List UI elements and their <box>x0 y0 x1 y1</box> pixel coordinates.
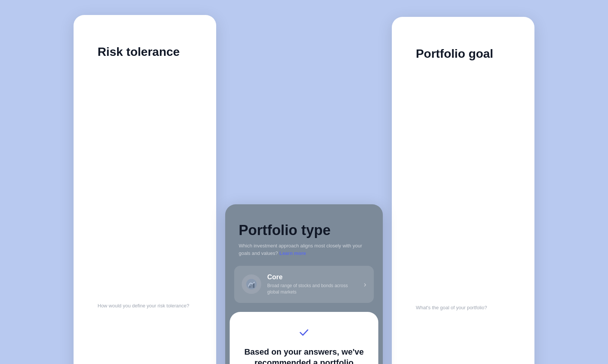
portfolio-goal-title: Portfolio goal <box>404 32 534 287</box>
svg-rect-5 <box>253 283 254 288</box>
risk-tolerance-card: Risk tolerance How would you define your… <box>74 15 216 364</box>
svg-rect-3 <box>249 286 251 288</box>
portfolio-type-subtitle: Which investment approach aligns most cl… <box>239 242 369 257</box>
portfolio-goal-card: Portfolio goal What's the goal of your p… <box>392 17 534 364</box>
screens-container: Risk tolerance How would you define your… <box>59 0 549 364</box>
portfolio-type-card: Portfolio type Which investment approach… <box>225 204 383 364</box>
checkmark-icon <box>297 325 311 339</box>
risk-tolerance-subtitle: How would you define your risk tolerance… <box>86 288 216 364</box>
learn-more-link[interactable]: Learn more <box>279 250 306 256</box>
core-portfolio-desc: Broad range of stocks and bonds across g… <box>267 283 358 295</box>
core-portfolio-name: Core <box>267 273 358 281</box>
portfolio-goal-subtitle: What's the goal of your portfolio? <box>404 290 534 364</box>
core-portfolio-chevron-icon: › <box>364 280 366 289</box>
portfolio-type-header: Portfolio type Which investment approach… <box>225 204 383 266</box>
core-portfolio-content: Core Broad range of stocks and bonds acr… <box>267 273 358 295</box>
core-portfolio-option[interactable]: Core Broad range of stocks and bonds acr… <box>234 266 374 303</box>
risk-tolerance-title: Risk tolerance <box>86 30 216 285</box>
core-portfolio-icon <box>242 274 261 294</box>
portfolio-type-title: Portfolio type <box>239 222 369 238</box>
recommendation-text: Based on your answers, we've recommended… <box>240 346 368 364</box>
recommendation-sheet: Based on your answers, we've recommended… <box>230 312 378 364</box>
svg-rect-4 <box>251 285 253 288</box>
